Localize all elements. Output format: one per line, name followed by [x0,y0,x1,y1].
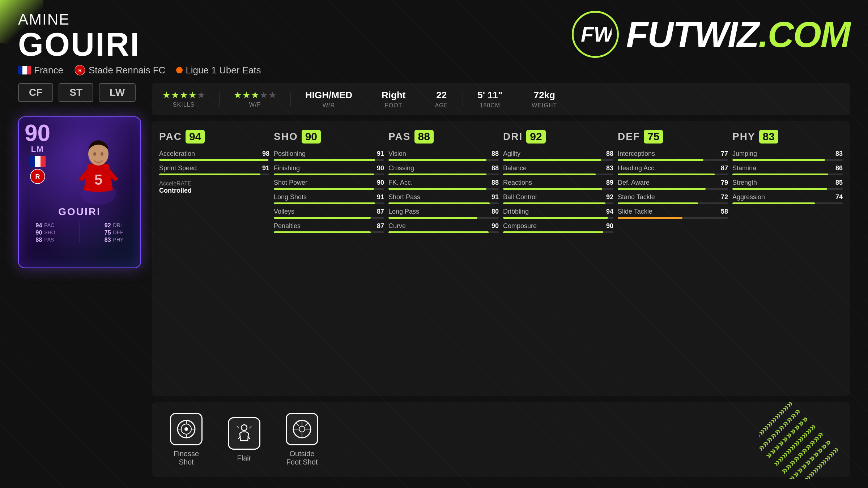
stat-bar-def-2 [618,188,728,190]
card-top: 90 LM R [19,117,140,205]
traits-section: Finesse Shot Flair Outside Foot Sho [152,402,850,477]
stat-name-phy-0: Jumping [732,150,757,158]
svg-text:R: R [78,68,82,73]
stat-bar-pac-0 [159,159,269,161]
card-stat-sho: 90 SHO [36,230,55,236]
stat-val-pac-1: 91 [262,164,269,172]
info-height-label: 180CM [480,102,500,109]
trait-name-1: Flair [237,454,251,462]
stats-section: ★ ★ ★ ★ ★ SKILLS ★ ★ ★ ★ ★ [152,83,850,477]
info-age-label: AGE [435,102,448,109]
stat-row-phy-1: Stamina86 [732,164,843,175]
stat-bar-phy-0 [732,159,843,161]
trait-icon-1 [228,417,260,450]
trait-item-0: Finesse Shot [166,413,206,466]
cat-val-def: 75 [644,130,663,144]
stat-bar-phy-3 [732,202,843,204]
cat-val-phy: 83 [759,130,778,144]
stat-val-sho-0: 91 [377,150,384,158]
stat-label-row-sho-0: Positioning91 [274,150,384,158]
cat-name-pas: PAS [388,131,411,142]
stat-bar-fill-dri-0 [503,159,601,161]
svg-rect-1 [22,66,27,74]
stat-label-row-dri-3: Ball Control92 [503,193,613,201]
content-area: CF ST LW 90 LM [18,83,850,477]
info-age: 22 AGE [435,90,448,109]
stat-bar-pas-3 [388,202,499,204]
logo-fw-icon: FW [579,23,612,45]
accelerate-val: Controlled [159,187,269,194]
stat-label-row-sho-5: Penalties87 [274,222,384,230]
wf-star-1: ★ [234,91,241,100]
stat-bar-fill-pas-1 [388,174,486,175]
stat-val-pas-4: 80 [492,208,499,215]
stat-name-pas-3: Short Pass [388,193,420,201]
card-stats-divider [80,222,80,243]
stat-row-def-0: Interceptions77 [618,150,728,161]
info-foot-val: Right [382,90,405,101]
stat-val-def-1: 87 [721,164,728,172]
stat-label-row-def-4: Slide Tackle58 [618,208,728,215]
stat-val-pas-5: 90 [492,222,499,230]
card-stats: 94 PAC 90 SHO 88 PAS [25,222,134,243]
stat-name-phy-3: Aggression [732,193,765,201]
stat-name-dri-2: Reactions [503,179,532,187]
card-section: CF ST LW 90 LM [18,83,141,477]
cat-val-dri: 92 [526,130,545,144]
corner-decoration-br: »»»»»»»»»» »»»»»»»»»» »»»»»»»»»» »»»»»»»… [760,378,861,481]
stat-val-phy-1: 86 [835,164,843,172]
star-filled-icon: ★ [163,91,170,100]
stat-label-row-pas-1: Crossing88 [388,164,499,172]
stat-val-pas-1: 88 [492,164,499,172]
card-stat-col-left: 94 PAC 90 SHO 88 PAS [36,222,55,243]
stat-name-pas-0: Vision [388,150,406,158]
position-badge-st: ST [59,83,93,102]
svg-text:FW: FW [581,23,612,45]
stat-bar-fill-dri-3 [503,202,605,204]
stat-label-row-pas-5: Curve90 [388,222,499,230]
accelerate-block: AcceleRATEControlled [159,180,269,194]
stat-bar-fill-sho-0 [274,159,375,161]
stat-row-pac-1: Sprint Speed91 [159,164,269,175]
card-stat-pac-lbl: PAC [44,222,54,229]
stat-row-dri-5: Composure90 [503,222,613,233]
accelerate-label: AcceleRATE [159,180,269,187]
stat-row-def-1: Heading Acc.87 [618,164,728,175]
cat-header-sho: SHO90 [274,130,384,144]
stat-bar-pac-1 [159,174,269,175]
info-separator-3 [367,92,367,107]
stat-name-phy-1: Stamina [732,164,756,172]
stat-name-sho-0: Positioning [274,150,306,158]
stat-label-row-pac-0: Acceleration98 [159,150,269,158]
stat-val-pas-0: 88 [492,150,499,158]
stat-val-pas-3: 91 [492,193,499,201]
info-skills: ★ ★ ★ ★ ★ SKILLS [163,91,205,108]
card-position: LM [31,145,44,154]
stat-bar-fill-pas-3 [388,202,490,204]
svg-line-36 [305,423,309,426]
info-wr-label: W/R [323,102,335,109]
stat-label-row-def-1: Heading Acc.87 [618,164,728,172]
stat-bar-sho-2 [274,188,384,190]
stat-val-dri-3: 92 [606,193,613,201]
stat-bar-def-0 [618,159,728,161]
player-first-name: AMINE [18,11,261,28]
info-wr: HIGH/MED W/R [305,90,352,109]
player-illustration: 5 [62,121,135,205]
stat-bar-fill-sho-3 [274,202,375,204]
svg-rect-0 [18,66,22,74]
card-stat-dri-val: 92 [105,222,111,229]
trait-item-1: Flair [228,417,260,462]
svg-rect-2 [27,66,31,74]
trait-icon-2 [286,413,318,445]
svg-text:5: 5 [94,172,102,188]
stat-row-sho-0: Positioning91 [274,150,384,161]
stat-bar-phy-1 [732,174,843,175]
position-badge-cf: CF [18,83,53,102]
meta-club: R Stade Rennais FC [74,64,165,76]
stat-bar-fill-pac-0 [159,159,268,161]
flair-icon [233,423,255,444]
stat-label-row-dri-1: Balance83 [503,164,613,172]
stat-bar-fill-sho-4 [274,217,371,219]
star-filled-icon-3: ★ [180,91,187,100]
